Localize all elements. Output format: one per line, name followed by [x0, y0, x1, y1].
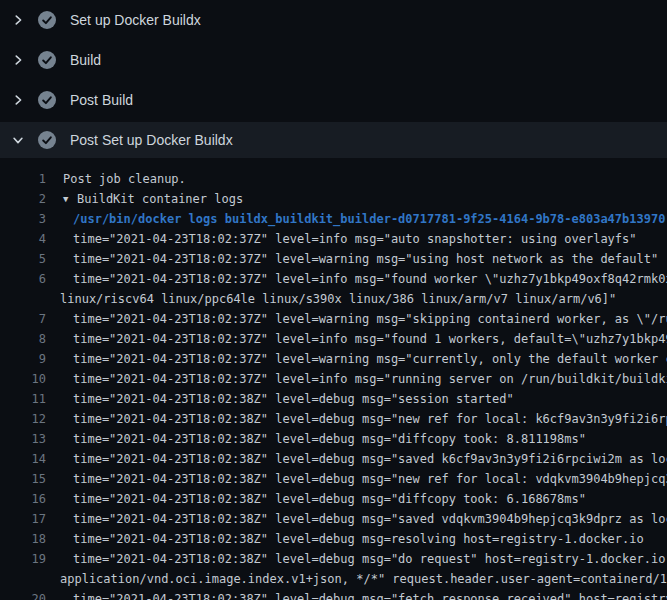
line-number[interactable]: 12	[0, 412, 46, 426]
chevron-right-icon[interactable]	[10, 92, 26, 108]
log-text: time="2021-04-23T18:02:37Z" level=warnin…	[46, 352, 667, 366]
log-text: time="2021-04-23T18:02:37Z" level=warnin…	[46, 252, 658, 266]
log-row: 19 time="2021-04-23T18:02:38Z" level=deb…	[0, 549, 667, 569]
log-row: 10 time="2021-04-23T18:02:37Z" level=inf…	[0, 369, 667, 389]
log-row: 14 time="2021-04-23T18:02:38Z" level=deb…	[0, 449, 667, 469]
group-caret-icon[interactable]: ▼	[63, 194, 77, 204]
log-text: application/vnd.oci.image.index.v1+json,…	[46, 572, 667, 586]
log-row: 20 time="2021-04-23T18:02:38Z" level=deb…	[0, 589, 667, 600]
log-row: application/vnd.oci.image.index.v1+json,…	[0, 569, 667, 589]
log-row: 16 time="2021-04-23T18:02:38Z" level=deb…	[0, 489, 667, 509]
check-circle-icon	[38, 51, 56, 69]
line-number[interactable]: 2	[0, 192, 46, 206]
log-text: time="2021-04-23T18:02:38Z" level=debug …	[46, 592, 667, 600]
line-number[interactable]: 20	[0, 592, 46, 600]
log-row: 4 time="2021-04-23T18:02:37Z" level=info…	[0, 229, 667, 249]
line-number[interactable]: 18	[0, 532, 46, 546]
log-row: 18 time="2021-04-23T18:02:38Z" level=deb…	[0, 529, 667, 549]
line-number[interactable]: 3	[0, 212, 46, 226]
log-text: linux/riscv64 linux/ppc64le linux/s390x …	[46, 292, 616, 306]
line-number[interactable]: 17	[0, 512, 46, 526]
line-number[interactable]: 4	[0, 232, 46, 246]
line-number[interactable]: 6	[0, 272, 46, 286]
log-row: 13 time="2021-04-23T18:02:38Z" level=deb…	[0, 429, 667, 449]
log-row: linux/riscv64 linux/ppc64le linux/s390x …	[0, 289, 667, 309]
command-text: /usr/bin/docker logs buildx_buildkit_bui…	[46, 212, 665, 226]
log-row: 11 time="2021-04-23T18:02:38Z" level=deb…	[0, 389, 667, 409]
group-title[interactable]: BuildKit container logs	[77, 192, 243, 206]
line-number[interactable]: 10	[0, 372, 46, 386]
line-number[interactable]: 11	[0, 392, 46, 406]
log-text: ▼BuildKit container logs	[46, 192, 243, 206]
log-text: time="2021-04-23T18:02:38Z" level=debug …	[46, 392, 514, 406]
check-circle-icon	[38, 131, 56, 149]
log-text: time="2021-04-23T18:02:37Z" level=info m…	[46, 332, 667, 346]
line-number[interactable]: 13	[0, 432, 46, 446]
log-text: time="2021-04-23T18:02:38Z" level=debug …	[46, 552, 667, 566]
log-row: 1 Post job cleanup.	[0, 169, 667, 189]
log-row: 15 time="2021-04-23T18:02:38Z" level=deb…	[0, 469, 667, 489]
line-number[interactable]: 1	[0, 172, 46, 186]
step-row-post-set-up-docker-buildx[interactable]: Post Set up Docker Buildx	[0, 122, 667, 158]
log-text: time="2021-04-23T18:02:37Z" level=info m…	[46, 232, 637, 246]
log-row: 9 time="2021-04-23T18:02:37Z" level=warn…	[0, 349, 667, 369]
step-label: Post Build	[70, 92, 133, 108]
line-number[interactable]: 5	[0, 252, 46, 266]
chevron-down-icon[interactable]	[10, 132, 26, 148]
log-row: 12 time="2021-04-23T18:02:38Z" level=deb…	[0, 409, 667, 429]
log-output: 1 Post job cleanup. 2 ▼BuildKit containe…	[0, 160, 667, 600]
line-number[interactable]: 9	[0, 352, 46, 366]
chevron-right-icon[interactable]	[10, 12, 26, 28]
actions-log-viewer: Set up Docker Buildx Build	[0, 0, 667, 600]
step-row-post-build[interactable]: Post Build	[0, 80, 667, 120]
steps-list: Set up Docker Buildx Build	[0, 0, 667, 158]
step-row-set-up-docker-buildx[interactable]: Set up Docker Buildx	[0, 0, 667, 40]
log-row: 3 /usr/bin/docker logs buildx_buildkit_b…	[0, 209, 667, 229]
chevron-right-icon[interactable]	[10, 52, 26, 68]
log-text: time="2021-04-23T18:02:38Z" level=debug …	[46, 432, 586, 446]
step-label: Post Set up Docker Buildx	[70, 132, 233, 148]
line-number[interactable]: 14	[0, 452, 46, 466]
check-circle-icon	[38, 11, 56, 29]
log-text: time="2021-04-23T18:02:38Z" level=debug …	[46, 492, 586, 506]
log-row: 7 time="2021-04-23T18:02:37Z" level=warn…	[0, 309, 667, 329]
log-text: time="2021-04-23T18:02:37Z" level=info m…	[46, 372, 667, 386]
step-row-build[interactable]: Build	[0, 40, 667, 80]
log-text: time="2021-04-23T18:02:38Z" level=debug …	[46, 472, 667, 486]
step-label: Build	[70, 52, 101, 68]
line-number[interactable]: 15	[0, 472, 46, 486]
step-label: Set up Docker Buildx	[70, 12, 201, 28]
line-number[interactable]: 8	[0, 332, 46, 346]
log-text: time="2021-04-23T18:02:37Z" level=info m…	[46, 272, 667, 286]
log-text: time="2021-04-23T18:02:38Z" level=debug …	[46, 452, 667, 466]
log-row: 5 time="2021-04-23T18:02:37Z" level=warn…	[0, 249, 667, 269]
log-row: 6 time="2021-04-23T18:02:37Z" level=info…	[0, 269, 667, 289]
line-number[interactable]: 16	[0, 492, 46, 506]
line-number[interactable]: 7	[0, 312, 46, 326]
log-text: time="2021-04-23T18:02:38Z" level=debug …	[46, 512, 667, 526]
log-row: 8 time="2021-04-23T18:02:37Z" level=info…	[0, 329, 667, 349]
log-row: 17 time="2021-04-23T18:02:38Z" level=deb…	[0, 509, 667, 529]
log-text: Post job cleanup.	[46, 172, 186, 186]
line-number[interactable]: 19	[0, 552, 46, 566]
log-text: time="2021-04-23T18:02:37Z" level=warnin…	[46, 312, 667, 326]
log-text: time="2021-04-23T18:02:38Z" level=debug …	[46, 412, 667, 426]
log-row: 2 ▼BuildKit container logs	[0, 189, 667, 209]
log-text: time="2021-04-23T18:02:38Z" level=debug …	[46, 532, 644, 546]
check-circle-icon	[38, 91, 56, 109]
